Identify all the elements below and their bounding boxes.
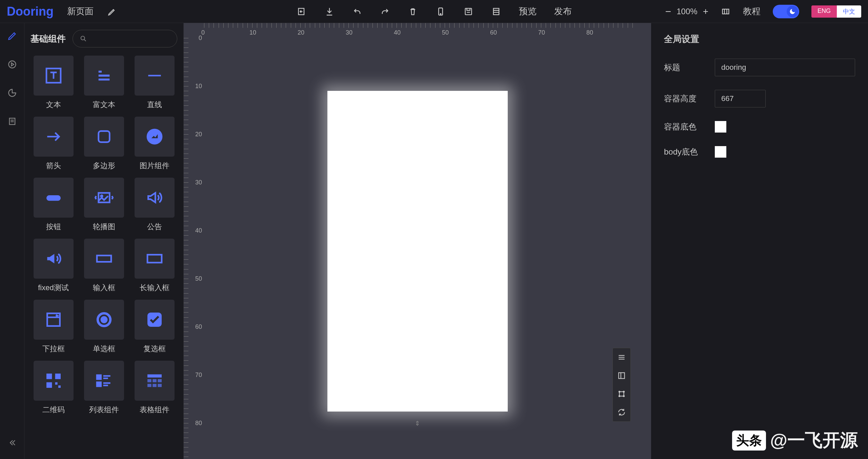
component-carousel[interactable]: 轮播图 xyxy=(81,178,127,232)
svg-rect-12 xyxy=(46,195,61,201)
prop-body-swatch[interactable] xyxy=(715,146,726,158)
richtext-icon xyxy=(84,56,124,96)
svg-rect-30 xyxy=(153,379,157,382)
checkbox-icon xyxy=(135,300,175,340)
component-qrcode[interactable]: 二维码 xyxy=(31,361,76,415)
canvas-page[interactable] xyxy=(327,91,508,412)
svg-rect-36 xyxy=(620,392,624,396)
component-select[interactable]: 下拉框 xyxy=(31,300,76,354)
component-list[interactable]: 列表组件 xyxy=(81,361,127,415)
tutorial-link[interactable]: 教程 xyxy=(743,5,761,17)
svg-rect-25 xyxy=(58,385,61,388)
save-icon[interactable] xyxy=(463,6,473,17)
prop-height-input[interactable] xyxy=(715,90,766,107)
component-label: 富文本 xyxy=(93,100,115,110)
floating-toolbar xyxy=(612,348,631,422)
svg-rect-27 xyxy=(97,382,101,386)
component-panel: 基础组件 文本富文本直线箭头多边形图片组件按钮轮播图公告fixed测试输入框长输… xyxy=(24,23,184,459)
component-line[interactable]: 直线 xyxy=(132,56,177,110)
resize-handle-icon[interactable]: ⇕ xyxy=(415,420,420,427)
svg-rect-35 xyxy=(619,373,624,378)
ruler-horizontal: 01020304050607080 xyxy=(204,23,651,38)
component-button[interactable]: 按钮 xyxy=(31,178,76,232)
svg-rect-5 xyxy=(723,9,729,14)
svg-rect-21 xyxy=(46,374,52,379)
publish-link[interactable]: 发布 xyxy=(554,5,572,17)
list-icon xyxy=(84,361,124,401)
svg-rect-34 xyxy=(158,384,162,387)
import-icon[interactable] xyxy=(297,6,307,17)
refresh-icon[interactable] xyxy=(613,403,630,421)
svg-rect-29 xyxy=(147,379,152,382)
image-icon xyxy=(135,117,175,157)
component-label: 长输入框 xyxy=(140,283,169,293)
prop-panel-title: 全局设置 xyxy=(664,33,855,45)
svg-point-8 xyxy=(81,36,85,40)
layout-icon[interactable] xyxy=(613,366,630,385)
download-icon[interactable] xyxy=(324,6,335,17)
edit-icon[interactable] xyxy=(107,6,117,17)
bounds-icon[interactable] xyxy=(613,385,630,403)
watermark-text: @一飞开源 xyxy=(770,428,858,452)
component-text[interactable]: 文本 xyxy=(31,56,76,110)
prop-height-label: 容器高度 xyxy=(664,93,715,104)
component-table[interactable]: 表格组件 xyxy=(132,361,177,415)
announce-icon xyxy=(135,178,175,218)
chart-icon[interactable] xyxy=(6,87,18,99)
svg-rect-23 xyxy=(46,382,52,388)
prop-title-label: 标题 xyxy=(664,62,715,73)
lang-eng-button[interactable]: ENG xyxy=(811,5,837,18)
component-label: fixed测试 xyxy=(38,283,68,293)
grid-icon[interactable] xyxy=(721,6,731,17)
lang-zh-button[interactable]: 中文 xyxy=(837,5,861,18)
search-icon xyxy=(80,35,87,42)
component-label: 轮播图 xyxy=(93,222,115,232)
mobile-icon[interactable] xyxy=(436,6,446,17)
zoom-in-icon[interactable]: + xyxy=(703,6,708,17)
moon-icon xyxy=(787,6,798,17)
svg-rect-15 xyxy=(97,256,111,262)
svg-point-6 xyxy=(8,61,16,68)
undo-icon[interactable] xyxy=(352,6,362,17)
svg-point-19 xyxy=(102,317,106,322)
zoom-out-icon[interactable]: − xyxy=(665,6,671,17)
theme-toggle[interactable] xyxy=(773,5,799,18)
component-richtext[interactable]: 富文本 xyxy=(81,56,127,110)
new-page-link[interactable]: 新页面 xyxy=(67,5,94,17)
layers-icon[interactable] xyxy=(613,348,630,366)
button-icon xyxy=(34,178,74,218)
svg-point-2 xyxy=(440,13,441,14)
component-label: 公告 xyxy=(147,222,162,232)
component-announce[interactable]: 公告 xyxy=(132,178,177,232)
mini-sidebar xyxy=(0,23,24,459)
component-image[interactable]: 图片组件 xyxy=(132,117,177,171)
component-search-input[interactable] xyxy=(73,30,177,47)
component-radio[interactable]: 单选框 xyxy=(81,300,127,354)
component-fixed[interactable]: fixed测试 xyxy=(31,239,76,293)
component-checkbox[interactable]: 复选框 xyxy=(132,300,177,354)
component-label: 文本 xyxy=(46,100,61,110)
redo-icon[interactable] xyxy=(380,6,390,17)
prop-bg-swatch[interactable] xyxy=(715,121,726,133)
template-icon[interactable] xyxy=(491,6,501,17)
canvas-area[interactable]: 01020304050607080 01020304050607080 ⇕ xyxy=(184,23,651,459)
component-arrow[interactable]: 箭头 xyxy=(31,117,76,171)
component-polygon[interactable]: 多边形 xyxy=(81,117,127,171)
polygon-icon xyxy=(84,117,124,157)
component-input[interactable]: 输入框 xyxy=(81,239,127,293)
fixed-icon xyxy=(34,239,74,279)
collapse-icon[interactable] xyxy=(6,437,18,449)
svg-rect-3 xyxy=(465,8,471,15)
play-icon[interactable] xyxy=(6,58,18,71)
component-longinput[interactable]: 长输入框 xyxy=(132,239,177,293)
language-switcher: ENG 中文 xyxy=(811,5,861,18)
prop-title-input[interactable] xyxy=(715,59,855,76)
radio-icon xyxy=(84,300,124,340)
arrow-icon xyxy=(34,117,74,157)
preview-link[interactable]: 预览 xyxy=(519,5,537,17)
delete-icon[interactable] xyxy=(408,6,418,17)
form-icon[interactable] xyxy=(6,115,18,127)
pen-icon[interactable] xyxy=(6,30,18,42)
component-label: 图片组件 xyxy=(140,161,169,171)
panel-title: 基础组件 xyxy=(31,33,66,45)
